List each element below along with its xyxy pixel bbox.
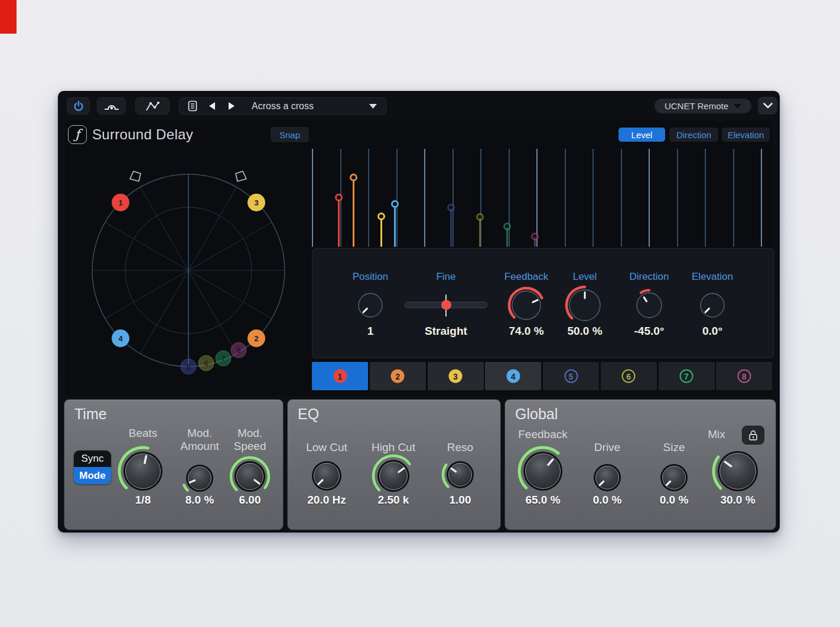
- remote-label: UCNET Remote: [665, 101, 728, 111]
- tap-select-8[interactable]: 8: [716, 362, 772, 390]
- mix-lock-button[interactable]: [742, 426, 764, 445]
- preset-dropdown-caret-icon[interactable]: [369, 104, 377, 109]
- tap-direction-knob[interactable]: [630, 286, 668, 324]
- remote-caret-icon: [734, 104, 741, 109]
- tap-stem-2[interactable]: [353, 177, 354, 247]
- panner-tap-number: 5: [186, 363, 190, 371]
- mod-speed-label-1: Mod.: [217, 427, 282, 440]
- tap-select-4[interactable]: 4: [485, 362, 541, 390]
- panner-tap-number: 4: [118, 334, 123, 343]
- reso-value: 1.00: [428, 493, 493, 507]
- tap-elevation-knob[interactable]: [694, 286, 731, 324]
- tap-select-3[interactable]: 3: [428, 362, 484, 390]
- fine-value: Straight: [414, 324, 478, 338]
- global-feedback-knob[interactable]: [516, 445, 569, 498]
- tap-select-dot-7: 7: [680, 370, 694, 383]
- tap-select-5[interactable]: 5: [543, 362, 599, 390]
- tap-stem-handle-8[interactable]: [531, 233, 539, 240]
- viz-gridline: [509, 149, 510, 247]
- tap-elevation-label: Elevation: [680, 271, 745, 283]
- logo-glyph: ƒ: [75, 127, 80, 142]
- drive-knob[interactable]: [587, 457, 628, 498]
- toolbar: Across a cross UCNET Remote: [58, 91, 780, 120]
- position-knob[interactable]: [351, 286, 389, 324]
- viz-gridline: [368, 149, 369, 247]
- tap-feedback-knob[interactable]: [505, 284, 548, 326]
- tap-select-7[interactable]: 7: [659, 362, 715, 390]
- remote-dropdown[interactable]: UCNET Remote: [655, 99, 751, 113]
- preset-name[interactable]: Across a cross: [180, 101, 386, 112]
- viz-gridline: [396, 149, 398, 247]
- beats-label: Beats: [110, 427, 175, 440]
- viz-gridline: [649, 149, 650, 247]
- automation-curve-icon: [144, 100, 161, 113]
- power-button[interactable]: [67, 97, 90, 115]
- brand-logo: ƒ: [68, 125, 87, 144]
- tap-stem-4[interactable]: [394, 204, 396, 247]
- tap-stem-handle-6[interactable]: [476, 213, 484, 221]
- fine-label: Fine: [414, 271, 478, 283]
- mode-label: Mode: [74, 467, 111, 484]
- mix-knob[interactable]: [711, 444, 765, 498]
- drive-label: Drive: [575, 441, 640, 454]
- tap-stem-handle-3[interactable]: [377, 213, 385, 220]
- tap-feedback-label: Feedback: [494, 271, 559, 283]
- beats-value: 1/8: [110, 493, 175, 507]
- screen-corner-marker: [0, 0, 17, 34]
- panner-tap-number: 1: [118, 198, 122, 207]
- power-icon: [72, 100, 85, 113]
- tab-elevation[interactable]: Elevation: [722, 128, 770, 142]
- tap-level-knob[interactable]: [562, 283, 607, 328]
- viz-gridline: [452, 149, 454, 247]
- size-label: Size: [642, 441, 706, 454]
- tap-stem-handle-7[interactable]: [503, 223, 511, 230]
- tap-select-6[interactable]: 6: [601, 362, 657, 390]
- high-cut-knob[interactable]: [370, 452, 417, 499]
- viz-gridline: [565, 149, 566, 247]
- global-feedback-value: 65.0 %: [510, 493, 575, 507]
- tap-stem-handle-1[interactable]: [335, 194, 343, 201]
- tap-stem-5[interactable]: [450, 207, 452, 247]
- global-panel: Global Feedback 65.0 % Drive 0.0 % Size …: [504, 399, 776, 530]
- snap-button[interactable]: Snap: [271, 127, 309, 142]
- tap-direction-label: Direction: [617, 271, 682, 283]
- high-cut-value: 2.50 k: [361, 493, 426, 507]
- tap-direction-value: -45.0°: [617, 324, 682, 338]
- tap-stem-1[interactable]: [338, 197, 340, 247]
- tap-stem-6[interactable]: [479, 217, 481, 247]
- pilot-curve-button[interactable]: [97, 97, 126, 115]
- tap-select-dot-8: 8: [737, 370, 751, 383]
- low-cut-knob[interactable]: [304, 453, 349, 498]
- tap-visualization[interactable]: [312, 149, 774, 247]
- collapse-button[interactable]: [758, 97, 777, 115]
- fine-slider-handle[interactable]: [441, 300, 451, 310]
- reso-knob[interactable]: [439, 454, 481, 495]
- mod-speed-value: 6.00: [217, 493, 282, 507]
- size-knob[interactable]: [653, 457, 695, 498]
- panner-tap-number: 2: [254, 334, 258, 343]
- tap-stem-handle-2[interactable]: [350, 174, 357, 181]
- reso-label: Reso: [428, 441, 493, 454]
- automation-button[interactable]: [135, 97, 170, 115]
- tap-select-1-selected[interactable]: 1: [312, 362, 368, 390]
- position-value: 1: [338, 324, 403, 338]
- sync-mode-button[interactable]: Sync Mode: [74, 450, 111, 484]
- tap-select-dot-4: 4: [506, 370, 520, 383]
- panner-tap-number: 6: [204, 359, 208, 368]
- tab-level[interactable]: Level: [618, 128, 665, 142]
- tap-select-dot-2: 2: [391, 370, 405, 383]
- tap-select-dot-1: 1: [333, 370, 347, 383]
- mix-label: Mix: [693, 428, 740, 441]
- drive-value: 0.0 %: [575, 493, 640, 507]
- surround-panner[interactable]: 13425678: [65, 149, 312, 396]
- tap-select-2[interactable]: 2: [370, 362, 426, 390]
- size-value: 0.0 %: [642, 493, 706, 507]
- plugin-window: Across a cross UCNET Remote ƒ Surround D…: [58, 91, 780, 533]
- tap-elevation-value: 0.0°: [680, 324, 745, 338]
- tap-select-dot-6: 6: [622, 370, 636, 383]
- tab-direction[interactable]: Direction: [669, 128, 718, 142]
- tap-stem-handle-5[interactable]: [447, 204, 455, 211]
- tap-stem-handle-4[interactable]: [391, 200, 399, 208]
- tap-stem-3[interactable]: [380, 216, 382, 247]
- beats-knob[interactable]: [116, 445, 170, 498]
